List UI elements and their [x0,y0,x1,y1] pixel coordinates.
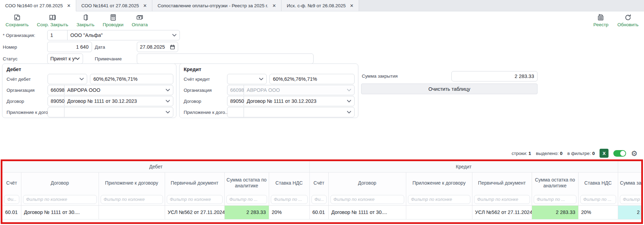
debit-contract-label: Договор [7,99,24,104]
number-field[interactable] [48,42,92,52]
filter-input[interactable] [474,195,530,204]
column-header-credit-account[interactable]: Счёт [309,172,328,194]
toggle-knob [620,151,625,156]
tab-registry-2025[interactable]: Сопоставление оплаты-отгрузки - Реестр з… [152,0,282,11]
debit-account-select[interactable] [48,74,87,84]
number-field-wrap [47,42,92,52]
debit-contract-name: Договор № 1111 от 30.12.2023 [64,98,166,104]
cell-credit-annex[interactable] [406,205,472,219]
status-label: Статус [3,56,18,61]
column-header-credit-vat[interactable]: Ставка НДС [578,172,618,194]
status-select[interactable]: Принят к учету [47,53,83,64]
clear-table-button-label: Очистить таблицу [428,86,470,92]
debit-org-select[interactable]: 66098 АВРОРА ООО [48,85,173,95]
credit-contract-select[interactable]: 89050 Договор № 1111 от 30.12.2023 [227,96,355,106]
cell-debit-annex[interactable] [99,205,165,219]
cell-debit-balance[interactable]: 2 283.33 [224,205,269,219]
column-header-credit-annex[interactable]: Приложение к договору [406,172,472,194]
tab-label: СОО №1640 от 27.08.2025 [5,3,63,8]
postings-button[interactable]: Проводки [103,13,123,27]
filter-input[interactable] [4,195,19,204]
debit-contract-select[interactable]: 89050 Договор № 1111 от 30.12.2023 [48,96,173,106]
debit-annex-select[interactable] [48,107,173,117]
filter-input[interactable] [408,195,470,204]
closing-sum-field[interactable] [452,71,537,81]
cell-credit-contract[interactable]: Договор № 1111 от 30.... [328,205,406,219]
cell-closing-sum[interactable]: 2 283.33 [618,205,643,219]
column-header-closing-sum[interactable]: Сумма закрытия [618,172,643,194]
payment-button[interactable]: Оплата [132,13,147,27]
floppy-door-icon [49,13,57,21]
column-header-debit-annex[interactable]: Приложение к договору [99,172,165,194]
close-button[interactable]: Закрыть [76,13,94,27]
column-header-credit-contract[interactable]: Договор [328,172,406,194]
column-header-debit-contract[interactable]: Договор [21,172,99,194]
credit-panel: Кредит Счёт кредит Организация 66098 АВР… [179,63,358,118]
tab-soo-1640[interactable]: СОО №1640 от 27.08.2025 ✕ [0,0,76,11]
close-icon[interactable]: ✕ [67,3,71,8]
filter-input[interactable] [330,195,404,204]
table-row[interactable]: 60.01 Договор № 1111 от 30.... УСЛ №562 … [2,205,643,219]
filter-input[interactable] [534,195,576,204]
credit-org-name: АВРОРА ООО [244,87,347,93]
filter-input[interactable] [271,195,308,204]
column-header-credit-primary-doc[interactable]: Первичный документ [472,172,532,194]
number-label: Номер [3,45,17,50]
close-icon[interactable]: ✕ [272,3,276,8]
filter-input[interactable] [167,195,223,204]
save-button[interactable]: Сохранить [6,13,29,27]
chevron-down-icon [347,100,354,102]
tab-invoice-9[interactable]: Исх. с-ф. №9 от 26.08.2025 ✕ [282,0,359,11]
date-field[interactable]: 27.08.2025 [137,42,178,52]
save-close-button[interactable]: Сохр. Закрыть [37,13,68,27]
chevron-down-icon [347,89,354,91]
debit-account-filter-wrap [90,74,173,84]
filter-input[interactable] [580,195,616,204]
organization-select[interactable]: 1 ООО "Альфа" [47,30,180,40]
filtered-count: в фильтре: 0 [568,151,595,156]
cell-debit-account[interactable]: 60.01 [2,205,21,219]
cell-credit-balance[interactable]: 2 283.33 [532,205,578,219]
close-icon[interactable]: ✕ [143,3,147,8]
credit-account-filter-input[interactable] [270,74,354,84]
cell-debit-contract[interactable]: Договор № 1111 от 30.... [21,205,99,219]
column-header-debit-account[interactable]: Счёт [2,172,21,194]
filter-input[interactable] [101,195,163,204]
closing-sum-label: Сумма закрытия [362,74,398,79]
cell-debit-vat[interactable]: 20% [269,205,309,219]
filter-input[interactable] [226,195,267,204]
grid-toolbar: строки: 1 выделено: 0 в фильтре: 0 X ⚙ [512,148,637,158]
filter-input[interactable] [311,195,327,204]
gear-icon[interactable]: ⚙ [631,150,637,157]
cell-debit-primary-doc[interactable]: УСЛ №562 от 27.11.2024 [165,205,224,219]
note-field[interactable] [137,54,313,63]
debit-account-filter-input[interactable] [90,74,173,84]
excel-export-button[interactable]: X [600,149,609,158]
credit-org-select[interactable]: 66098 АВРОРА ООО [227,85,355,95]
registry-icon [597,13,605,21]
credit-annex-select[interactable] [227,107,355,117]
chevron-down-icon [259,78,266,80]
credit-account-select[interactable] [227,74,267,84]
refresh-button[interactable]: Обновить [617,13,638,27]
filtered-count-label: в фильтре: [568,151,591,156]
cell-credit-account[interactable]: 60.01 [309,205,328,219]
filter-input[interactable] [620,195,643,204]
column-header-debit-balance[interactable]: Сумма остатка по аналитике [224,172,269,194]
column-header-debit-primary-doc[interactable]: Первичный документ [165,172,224,194]
debit-contract-code: 89050 [48,96,64,106]
calendar-icon[interactable] [170,45,178,50]
column-header-credit-balance[interactable]: Сумма остатка по аналитике [532,172,578,194]
filter-toggle[interactable] [613,150,626,157]
registry-button[interactable]: Реестр [593,13,609,27]
chevron-down-icon [75,57,83,60]
debit-panel-title: Дебет [7,67,21,72]
tab-soo-1641[interactable]: СОО №1641 от 27.08.2025 ✕ [76,0,152,11]
clear-table-button[interactable]: Очистить таблицу [361,84,538,94]
cell-credit-primary-doc[interactable]: УСЛ №562 от 27.11.2024 [472,205,532,219]
cell-credit-vat[interactable]: 20% [578,205,618,219]
close-icon[interactable]: ✕ [350,3,354,8]
filter-input[interactable] [23,195,97,204]
column-header-debit-vat[interactable]: Ставка НДС [269,172,309,194]
organization-name: ООО "Альфа" [68,32,172,38]
